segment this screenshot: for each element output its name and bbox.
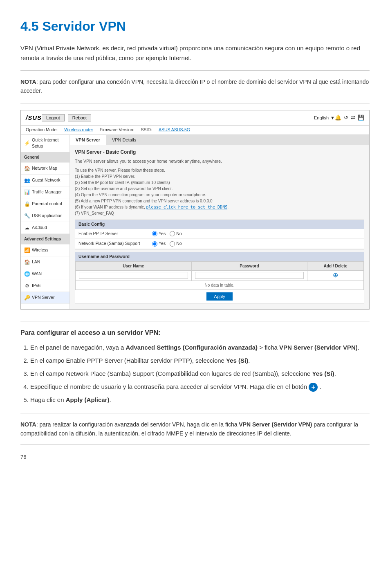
network-place-label: Network Place (Samba) Support <box>78 240 152 247</box>
sidebar-item-label: Quick Internet Setup <box>32 137 66 150</box>
network-map-icon: 🏠 <box>24 165 30 172</box>
step-5: (5) Add a new PPTP VPN connection and th… <box>75 199 213 203</box>
basic-config-panel: Basic Config Enable PPTP Server Yes No <box>75 220 364 249</box>
network-place-yes-label[interactable]: Yes <box>152 240 166 247</box>
password-input-cell[interactable] <box>191 270 307 281</box>
divider-1 <box>20 70 370 71</box>
instructions-list: En el panel de navegación, vaya a Advanc… <box>20 343 370 405</box>
step-4: (4) Open the VPN connection program on y… <box>75 193 206 197</box>
traffic-manager-icon: 📊 <box>24 189 30 196</box>
router-body: ⚡ Quick Internet Setup General 🏠 Network… <box>21 135 369 309</box>
apply-button[interactable]: Apply <box>206 292 233 301</box>
advanced-section-label: Advanced Settings <box>24 236 61 242</box>
intro-paragraph: VPN (Virtual Private Network, es decir, … <box>20 43 370 63</box>
note-bottom-bold: VPN Server (Servidor VPN) <box>239 421 312 428</box>
sidebar-item-label: AiCloud <box>32 224 47 231</box>
parental-control-icon: 🔒 <box>24 200 30 208</box>
sidebar-item-label: Wireless <box>32 247 48 254</box>
sidebar-item-traffic-manager[interactable]: 📊 Traffic Manager <box>21 186 69 198</box>
vpn-server-icon: 🔑 <box>24 294 30 301</box>
add-button-cell[interactable]: ⊕ <box>307 270 364 281</box>
sidebar-item-quick-internet-setup[interactable]: ⚡ Quick Internet Setup <box>21 135 69 153</box>
lang-arrow-icon: ▼ <box>330 114 335 121</box>
usb-application-icon: 🔧 <box>24 212 30 220</box>
router-main: VPN Server VPN Details VPN Server - Basi… <box>70 135 369 309</box>
add-icon: + <box>309 383 318 392</box>
vpn-instructions: To use the VPN server, Please follow the… <box>75 167 364 216</box>
ssid-value[interactable]: ASUS ASUS-5G <box>159 127 190 133</box>
sidebar-item-label: VPN Server <box>32 294 54 301</box>
step1-bold2: VPN Server (Servidor VPN) <box>279 344 358 351</box>
tab-vpn-details[interactable]: VPN Details <box>106 135 142 145</box>
up-table: User Name Password Add / Delete ⊕ <box>75 261 364 290</box>
sidebar-item-usb-application[interactable]: 🔧 USB application <box>21 210 69 222</box>
router-sidebar: ⚡ Quick Internet Setup General 🏠 Network… <box>21 135 70 309</box>
logout-button[interactable]: Logout <box>42 114 65 121</box>
enable-pptp-no-radio[interactable] <box>170 231 175 236</box>
add-user-button[interactable]: ⊕ <box>333 272 338 278</box>
quick-internet-setup-icon: ⚡ <box>24 139 30 147</box>
sidebar-item-lan[interactable]: 🏠 LAN <box>21 256 69 268</box>
network-place-no-text: No <box>176 240 182 247</box>
router-content: VPN Server - Basic Config The VPN server… <box>70 145 369 309</box>
network-place-no-label[interactable]: No <box>170 240 182 247</box>
sidebar-item-label: Guest Network <box>32 177 60 184</box>
ssid-label: SSID: <box>141 127 152 133</box>
notification-icon: 🔔 <box>335 114 341 122</box>
router-subheader: Operation Mode: Wireless router Firmware… <box>21 126 369 135</box>
step2-bold: Yes (Sí) <box>226 357 248 364</box>
ddns-link[interactable]: please click here to set the DDNS <box>146 205 228 209</box>
refresh-icon: ↺ <box>344 114 348 122</box>
sidebar-item-vpn-server[interactable]: 🔑 VPN Server <box>21 292 69 304</box>
instruction-step-1: En el panel de navegación, vaya a Advanc… <box>30 343 370 352</box>
router-logo: /SUS <box>26 113 42 123</box>
router-header-buttons: Logout Reboot <box>42 114 91 121</box>
op-mode-value[interactable]: Wireless router <box>64 127 93 133</box>
note-1-label: NOTA <box>20 79 36 85</box>
enable-pptp-no-text: No <box>176 231 182 237</box>
enable-pptp-no-label[interactable]: No <box>170 231 182 237</box>
step-3: (3) Set up the username and password for… <box>75 186 173 191</box>
sidebar-item-wireless[interactable]: 📶 Wireless <box>21 245 69 256</box>
instruction-step-4: Especifique el nombre de usuario y la co… <box>30 382 370 392</box>
general-section-label: General <box>24 154 39 160</box>
sidebar-item-wan[interactable]: 🌐 WAN <box>21 268 69 280</box>
sidebar-item-label: USB application <box>32 213 63 219</box>
network-place-no-radio[interactable] <box>170 241 175 247</box>
username-input-cell[interactable] <box>76 270 192 281</box>
op-mode-label: Operation Mode: <box>26 127 58 133</box>
step-7: (7) VPN_Server_FAQ <box>75 211 114 215</box>
username-password-panel: Username and Password User Name Password… <box>75 252 364 303</box>
step-1: (1) Enable the PPTP VPN server. <box>75 174 135 179</box>
sidebar-item-ipv6[interactable]: ⚙ IPv6 <box>21 280 69 292</box>
enable-pptp-row: Enable PPTP Server Yes No <box>75 229 364 239</box>
divider-4 <box>20 413 370 413</box>
router-header: /SUS Logout Reboot English ▼ 🔔 ↺ ⇄ 💾 <box>21 110 369 126</box>
col-password: Password <box>191 261 307 270</box>
sidebar-item-network-map[interactable]: 🏠 Network Map <box>21 163 69 175</box>
no-data-text: No data in table. <box>76 281 364 290</box>
ipv6-icon: ⚙ <box>24 282 30 290</box>
enable-pptp-yes-label[interactable]: Yes <box>152 231 166 237</box>
sidebar-section-advanced: Advanced Settings <box>21 234 69 245</box>
up-panel-header: Username and Password <box>75 252 364 261</box>
tab-vpn-server[interactable]: VPN Server <box>70 135 106 145</box>
vpn-description: The VPN server allows you to access your… <box>75 158 364 165</box>
vpn-section-title: VPN Server - Basic Config <box>75 148 364 156</box>
sidebar-item-label: Parental control <box>32 201 62 207</box>
password-input[interactable] <box>195 272 304 279</box>
sidebar-section-general: General <box>21 152 69 163</box>
instructions-heading: Para configurar el acceso a un servidor … <box>20 328 370 338</box>
up-table-input-row: ⊕ <box>76 270 364 281</box>
enable-pptp-yes-radio[interactable] <box>152 231 157 236</box>
network-place-row: Network Place (Samba) Support Yes No <box>75 239 364 249</box>
sidebar-item-parental-control[interactable]: 🔒 Parental control <box>21 198 69 210</box>
note-bottom-label: NOTA <box>20 421 36 428</box>
lang-label: English <box>314 114 329 121</box>
reboot-button[interactable]: Reboot <box>68 114 91 121</box>
sidebar-item-guest-network[interactable]: 👥 Guest Network <box>21 175 69 186</box>
sidebar-item-aicloud[interactable]: ☁ AiCloud <box>21 222 69 234</box>
basic-config-header: Basic Config <box>75 220 364 229</box>
network-place-yes-radio[interactable] <box>152 241 157 247</box>
username-input[interactable] <box>79 272 188 279</box>
